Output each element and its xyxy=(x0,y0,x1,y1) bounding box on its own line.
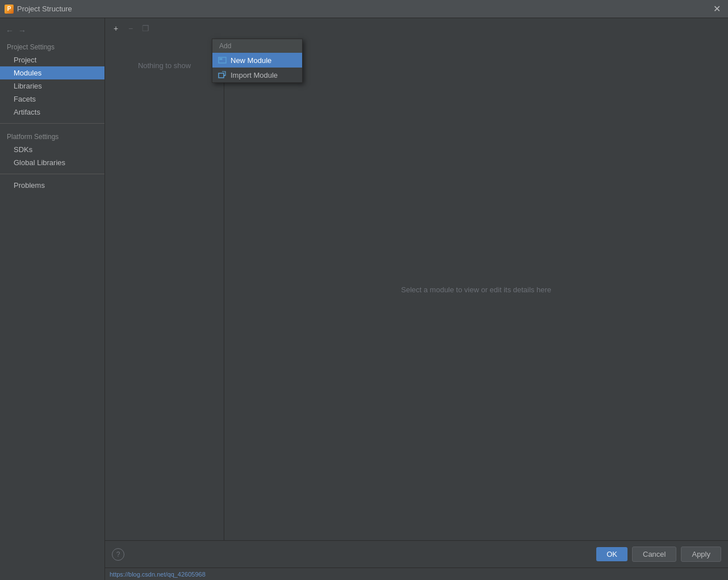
new-module-item[interactable]: New Module xyxy=(212,53,302,68)
sidebar: ← → Project Settings Project Modules Lib… xyxy=(0,18,105,580)
sidebar-item-libraries[interactable]: Libraries xyxy=(0,79,104,93)
sidebar-item-project[interactable]: Project xyxy=(0,53,104,66)
sidebar-item-sdks[interactable]: SDKs xyxy=(0,143,104,156)
forward-arrow-icon[interactable]: → xyxy=(17,25,27,36)
content-area: + − ❐ Add New Module xyxy=(105,18,728,580)
import-module-icon xyxy=(218,70,227,79)
svg-rect-2 xyxy=(219,73,224,78)
split-pane: Nothing to show Select a module to view … xyxy=(105,39,728,540)
status-url: https://blog.csdn.net/qq_42605968 xyxy=(110,571,206,578)
new-module-icon xyxy=(218,56,227,65)
copy-button[interactable]: ❐ xyxy=(139,22,152,35)
empty-detail-message: Select a module to view or edit its deta… xyxy=(401,285,551,294)
sidebar-item-global-libraries[interactable]: Global Libraries xyxy=(0,156,104,169)
help-button[interactable]: ? xyxy=(112,548,124,561)
app-icon: P xyxy=(5,5,14,14)
title-bar: P Project Structure ✕ xyxy=(0,0,728,18)
sidebar-item-modules[interactable]: Modules xyxy=(0,66,104,79)
bottom-right: OK Cancel Apply xyxy=(596,547,721,562)
module-list-panel: Nothing to show xyxy=(105,39,224,540)
dropdown-header: Add xyxy=(212,39,302,53)
svg-rect-1 xyxy=(220,58,223,60)
platform-settings-label: Platform Settings xyxy=(0,128,104,143)
new-module-label: New Module xyxy=(231,56,271,65)
title-bar-left: P Project Structure xyxy=(5,5,72,14)
import-module-label: Import Module xyxy=(231,71,278,79)
toolbar: + − ❐ Add New Module xyxy=(105,18,728,39)
main-container: ← → Project Settings Project Modules Lib… xyxy=(0,18,728,580)
remove-button[interactable]: − xyxy=(124,22,137,35)
sidebar-item-artifacts[interactable]: Artifacts xyxy=(0,106,104,119)
add-button[interactable]: + xyxy=(110,22,122,35)
nav-back-row: ← → xyxy=(0,23,104,39)
import-module-item[interactable]: Import Module xyxy=(212,68,302,82)
nav-divider-2 xyxy=(0,174,104,174)
apply-button[interactable]: Apply xyxy=(681,547,721,562)
ok-button[interactable]: OK xyxy=(596,547,627,561)
module-detail-panel: Select a module to view or edit its deta… xyxy=(224,39,728,540)
bottom-bar: ? OK Cancel Apply xyxy=(105,540,728,568)
sidebar-item-facets[interactable]: Facets xyxy=(0,93,104,106)
project-settings-label: Project Settings xyxy=(0,39,104,53)
status-bar: https://blog.csdn.net/qq_42605968 xyxy=(105,568,728,580)
window-title: Project Structure xyxy=(17,5,72,13)
back-arrow-icon[interactable]: ← xyxy=(5,25,15,36)
nav-divider xyxy=(0,123,104,124)
nothing-to-show: Nothing to show xyxy=(105,39,224,540)
sidebar-item-problems[interactable]: Problems xyxy=(0,179,104,192)
bottom-left: ? xyxy=(112,548,124,561)
close-button[interactable]: ✕ xyxy=(710,2,723,16)
add-dropdown: Add New Module xyxy=(212,39,303,83)
dropdown-menu: Add New Module xyxy=(212,39,303,83)
cancel-button[interactable]: Cancel xyxy=(632,547,676,562)
